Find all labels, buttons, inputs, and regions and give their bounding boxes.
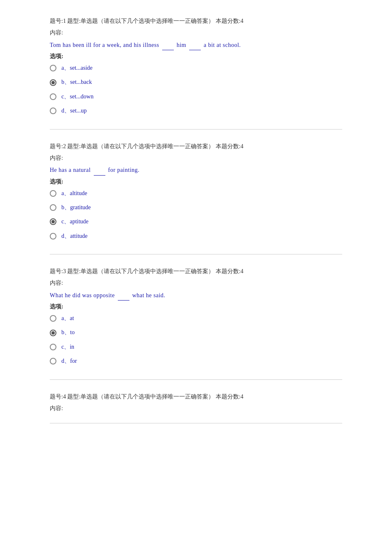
option-row-q2c[interactable]: c、aptitude xyxy=(50,217,342,226)
blank-1 xyxy=(118,290,129,301)
option-radio-q3a[interactable] xyxy=(50,315,56,322)
question-content-text: He has a natural for painting. xyxy=(50,164,342,175)
option-row-q3c[interactable]: c、in xyxy=(50,342,342,352)
option-radio-q1d[interactable] xyxy=(50,108,56,114)
question-header-1: 题号:1 题型:单选题（请在以下几个选项中选择唯一一正确答案） 本题分数:4 xyxy=(50,17,342,26)
options-label: 选项: xyxy=(50,303,342,311)
option-label-q1c: c、set...down xyxy=(61,92,93,101)
question-header-3: 题号:3 题型:单选题（请在以下几个选项中选择唯一一正确答案） 本题分数:4 xyxy=(50,267,342,276)
question-type: 题型:单选题（请在以下几个选项中选择唯一一正确答案） xyxy=(67,18,215,24)
option-label-q1d: d、set...up xyxy=(61,106,87,115)
option-radio-q3b[interactable] xyxy=(50,330,56,336)
blank-2 xyxy=(189,39,201,50)
question-block-2: 题号:2 题型:单选题（请在以下几个选项中选择唯一一正确答案） 本题分数:4内容… xyxy=(50,142,342,255)
option-radio-q3c[interactable] xyxy=(50,344,56,350)
option-label-q2b: b、gratitude xyxy=(61,203,91,212)
option-label-q3b: b、to xyxy=(61,328,75,337)
option-radio-q2c[interactable] xyxy=(50,218,56,225)
options-label: 选项: xyxy=(50,178,342,186)
option-label-q3c: c、in xyxy=(61,342,74,352)
option-label-q2a: a、altitude xyxy=(61,189,87,198)
question-block-3: 题号:3 题型:单选题（请在以下几个选项中选择唯一一正确答案） 本题分数:4内容… xyxy=(50,267,342,380)
question-content-text: Tom has been ill for a week, and his ill… xyxy=(50,39,342,50)
question-number: 题号:3 xyxy=(50,268,67,274)
option-row-q1b[interactable]: b、set...back xyxy=(50,78,342,87)
option-row-q3d[interactable]: d、for xyxy=(50,357,342,366)
question-score: 本题分数:4 xyxy=(216,143,243,149)
question-score: 本题分数:4 xyxy=(216,18,243,24)
content-label: 内容: xyxy=(50,279,342,288)
question-number: 题号:1 xyxy=(50,18,67,24)
option-label-q3d: d、for xyxy=(61,357,77,366)
option-label-q2d: d、attitude xyxy=(61,232,88,241)
content-label: 内容: xyxy=(50,28,342,37)
option-label-q1a: a、set...aside xyxy=(61,64,93,73)
option-row-q3b[interactable]: b、to xyxy=(50,328,342,337)
question-content-text: What he did was opposite what he said. xyxy=(50,290,342,301)
page-container: 题号:1 题型:单选题（请在以下几个选项中选择唯一一正确答案） 本题分数:4内容… xyxy=(0,0,392,452)
option-radio-q1b[interactable] xyxy=(50,79,56,86)
option-radio-q2a[interactable] xyxy=(50,190,56,197)
option-radio-q1c[interactable] xyxy=(50,93,56,100)
question-number: 题号:4 xyxy=(50,394,67,400)
question-score: 本题分数:4 xyxy=(216,268,243,274)
question-header-2: 题号:2 题型:单选题（请在以下几个选项中选择唯一一正确答案） 本题分数:4 xyxy=(50,142,342,151)
question-number: 题号:2 xyxy=(50,143,67,149)
question-type: 题型:单选题（请在以下几个选项中选择唯一一正确答案） xyxy=(67,268,215,274)
option-radio-q3d[interactable] xyxy=(50,358,56,364)
option-label-q2c: c、aptitude xyxy=(61,217,88,226)
option-row-q2a[interactable]: a、altitude xyxy=(50,189,342,198)
content-label: 内容: xyxy=(50,404,342,413)
question-type: 题型:单选题（请在以下几个选项中选择唯一一正确答案） xyxy=(67,394,215,400)
content-label: 内容: xyxy=(50,154,342,163)
question-type: 题型:单选题（请在以下几个选项中选择唯一一正确答案） xyxy=(67,143,215,149)
blank-1 xyxy=(162,39,174,50)
option-row-q3a[interactable]: a、at xyxy=(50,314,342,323)
option-row-q2d[interactable]: d、attitude xyxy=(50,232,342,241)
option-label-q3a: a、at xyxy=(61,314,74,323)
question-block-1: 题号:1 题型:单选题（请在以下几个选项中选择唯一一正确答案） 本题分数:4内容… xyxy=(50,17,342,130)
options-label: 选项: xyxy=(50,53,342,60)
question-header-4: 题号:4 题型:单选题（请在以下几个选项中选择唯一一正确答案） 本题分数:4 xyxy=(50,392,342,401)
question-block-4: 题号:4 题型:单选题（请在以下几个选项中选择唯一一正确答案） 本题分数:4内容… xyxy=(50,392,342,424)
option-row-q2b[interactable]: b、gratitude xyxy=(50,203,342,212)
option-label-q1b: b、set...back xyxy=(61,78,92,87)
option-row-q1c[interactable]: c、set...down xyxy=(50,92,342,101)
option-radio-q2d[interactable] xyxy=(50,233,56,240)
blank-1 xyxy=(94,164,105,175)
option-radio-q2b[interactable] xyxy=(50,204,56,211)
option-row-q1d[interactable]: d、set...up xyxy=(50,106,342,115)
option-row-q1a[interactable]: a、set...aside xyxy=(50,64,342,73)
option-radio-q1a[interactable] xyxy=(50,65,56,71)
question-score: 本题分数:4 xyxy=(216,394,243,400)
